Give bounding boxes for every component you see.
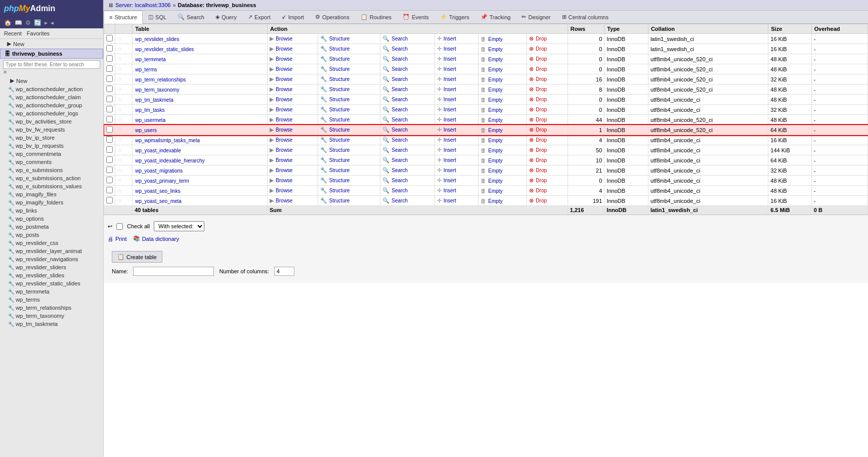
table-name-link[interactable]: wp_term_relationships — [135, 77, 186, 82]
sidebar-item-wp_imagify_files[interactable]: 🔧 wp_imagify_files — [0, 190, 103, 198]
star-icon[interactable]: ☆ — [117, 76, 122, 82]
drop-link[interactable]: Drop — [536, 56, 547, 62]
browse-link[interactable]: Browse — [276, 36, 292, 41]
row-checkbox[interactable] — [106, 177, 113, 183]
empty-link[interactable]: Empty — [488, 67, 502, 72]
table-name-link[interactable]: wp_yoast_primary_term — [135, 178, 189, 184]
collapse-icon[interactable]: ◂ — [51, 19, 54, 26]
browse-link[interactable]: Browse — [276, 157, 292, 163]
drop-link[interactable]: Drop — [536, 97, 547, 102]
row-checkbox[interactable] — [106, 55, 113, 62]
structure-link[interactable]: Structure — [329, 127, 350, 133]
row-table-name[interactable]: wp_usermeta — [133, 115, 268, 125]
check-all-checkbox[interactable] — [116, 223, 123, 230]
empty-link[interactable]: Empty — [488, 57, 502, 62]
table-name-link[interactable]: wp_revslider_static_slides — [135, 47, 194, 52]
row-table-name[interactable]: wp_yoast_seo_meta — [133, 196, 268, 206]
sidebar-new-sub-button[interactable]: ▶ New — [0, 76, 103, 85]
col-overhead[interactable]: Overhead — [811, 24, 867, 34]
browse-link[interactable]: Browse — [276, 66, 292, 72]
browse-link[interactable]: Browse — [276, 168, 292, 173]
sidebar-item-wp_imagify_folders[interactable]: 🔧 wp_imagify_folders — [0, 198, 103, 206]
search-link[interactable]: Search — [392, 137, 408, 143]
row-checkbox[interactable] — [106, 45, 113, 52]
row-checkbox[interactable] — [106, 75, 113, 82]
row-table-name[interactable]: wp_term_relationships — [133, 74, 268, 85]
search-link[interactable]: Search — [392, 188, 408, 193]
structure-link[interactable]: Structure — [329, 56, 350, 62]
empty-link[interactable]: Empty — [488, 128, 502, 133]
search-link[interactable]: Search — [392, 157, 408, 163]
drop-link[interactable]: Drop — [536, 188, 547, 193]
browse-link[interactable]: Browse — [276, 117, 292, 122]
drop-link[interactable]: Drop — [536, 87, 547, 92]
star-icon[interactable]: ☆ — [117, 167, 122, 173]
search-link[interactable]: Search — [392, 147, 408, 153]
browse-link[interactable]: Browse — [276, 107, 292, 112]
tab-triggers[interactable]: ⚡ Triggers — [435, 11, 475, 23]
drop-link[interactable]: Drop — [536, 66, 547, 72]
tab-search[interactable]: 🔍 Search — [172, 11, 210, 23]
star-icon[interactable]: ☆ — [117, 35, 122, 41]
star-icon[interactable]: ☆ — [117, 187, 122, 193]
star-icon[interactable]: ☆ — [117, 66, 122, 72]
table-name-link[interactable]: wp_yoast_seo_links — [135, 188, 181, 194]
row-checkbox[interactable] — [106, 187, 113, 193]
sidebar-item-wp_revslider_css[interactable]: 🔧 wp_revslider_css — [0, 239, 103, 247]
empty-link[interactable]: Empty — [488, 168, 502, 174]
sidebar-filter-input[interactable] — [3, 60, 100, 69]
browse-link[interactable]: Browse — [276, 76, 292, 82]
drop-link[interactable]: Drop — [536, 127, 547, 133]
empty-link[interactable]: Empty — [488, 117, 502, 123]
browse-link[interactable]: Browse — [276, 137, 292, 143]
star-icon[interactable]: ☆ — [117, 157, 122, 163]
browse-link[interactable]: Browse — [276, 127, 292, 133]
drop-link[interactable]: Drop — [536, 198, 547, 203]
insert-link[interactable]: Insert — [444, 107, 456, 112]
star-icon[interactable]: ☆ — [117, 106, 122, 112]
sidebar-item-wp_options[interactable]: 🔧 wp_options — [0, 215, 103, 223]
structure-link[interactable]: Structure — [329, 36, 350, 41]
create-table-button[interactable]: 📋 Create table — [112, 251, 162, 263]
structure-link[interactable]: Structure — [329, 46, 350, 52]
sidebar-item-wp_actionscheduler_logs[interactable]: 🔧 wp_actionscheduler_logs — [0, 109, 103, 117]
table-name-link[interactable]: wp_usermeta — [135, 117, 165, 123]
sidebar-item-wp_bv_lp_requests[interactable]: 🔧 wp_bv_lp_requests — [0, 142, 103, 150]
table-name-link[interactable]: wp_yoast_indexable_hierarchy — [135, 158, 204, 163]
browse-link[interactable]: Browse — [276, 97, 292, 102]
sidebar-item-wp_postmeta[interactable]: 🔧 wp_postmeta — [0, 223, 103, 231]
empty-link[interactable]: Empty — [488, 87, 502, 93]
row-table-name[interactable]: wp_yoast_seo_links — [133, 186, 268, 196]
browse-link[interactable]: Browse — [276, 198, 292, 203]
sidebar-item-wp_e_submissions[interactable]: 🔧 wp_e_submissions — [0, 166, 103, 174]
structure-link[interactable]: Structure — [329, 178, 350, 183]
insert-link[interactable]: Insert — [444, 36, 456, 41]
drop-link[interactable]: Drop — [536, 117, 547, 122]
star-icon[interactable]: ☆ — [117, 116, 122, 122]
row-checkbox[interactable] — [106, 197, 113, 203]
sidebar-item-wp_revslider_slides[interactable]: 🔧 wp_revslider_slides — [0, 271, 103, 279]
search-link[interactable]: Search — [392, 107, 408, 112]
insert-link[interactable]: Insert — [444, 178, 456, 183]
sidebar-item-wp_e_submissions_values[interactable]: 🔧 wp_e_submissions_values — [0, 182, 103, 190]
search-link[interactable]: Search — [392, 198, 408, 203]
search-link[interactable]: Search — [392, 168, 408, 173]
insert-link[interactable]: Insert — [444, 97, 456, 102]
star-icon[interactable]: ☆ — [117, 96, 122, 102]
sidebar-new-button[interactable]: ▶ New — [0, 39, 103, 49]
col-type[interactable]: Type — [604, 24, 648, 34]
settings-icon[interactable]: ⚙ — [25, 19, 31, 26]
with-selected-dropdown[interactable]: With selected: Drop Empty Check Optimize… — [154, 221, 204, 231]
table-name-link[interactable]: wp_revslider_slides — [135, 36, 179, 42]
empty-link[interactable]: Empty — [488, 148, 502, 153]
insert-link[interactable]: Insert — [444, 147, 456, 153]
print-link[interactable]: 🖨 Print — [108, 236, 127, 242]
table-name-link[interactable]: wp_term_taxonomy — [135, 87, 179, 93]
row-table-name[interactable]: wp_revslider_slides — [133, 34, 268, 44]
search-link[interactable]: Search — [392, 66, 408, 72]
search-link[interactable]: Search — [392, 76, 408, 82]
row-table-name[interactable]: wp_users — [133, 125, 268, 135]
row-table-name[interactable]: wp_terms — [133, 64, 268, 74]
browse-link[interactable]: Browse — [276, 56, 292, 62]
drop-link[interactable]: Drop — [536, 107, 547, 112]
